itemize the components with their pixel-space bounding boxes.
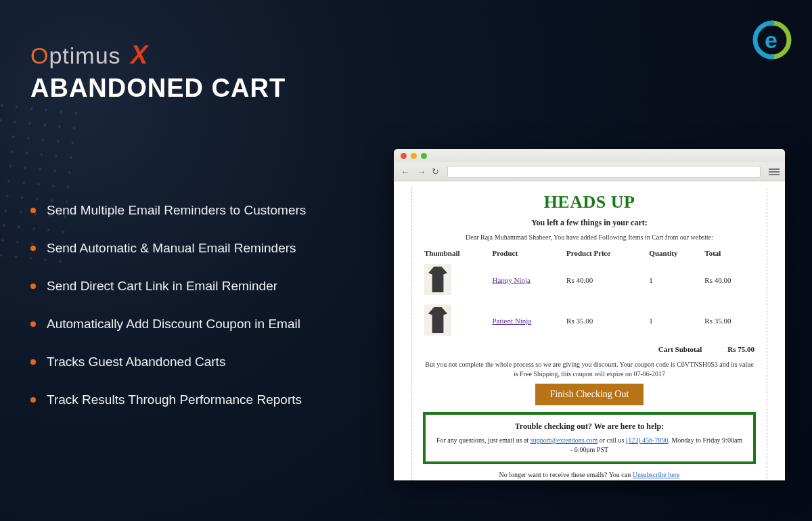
- optimus-x: X: [131, 41, 148, 69]
- feature-item: Send Direct Cart Link in Email Reminder: [30, 279, 348, 294]
- unsubscribe-line: No longer want to receive these emails? …: [423, 471, 756, 478]
- subtotal-label: Cart Subtotal: [423, 341, 703, 357]
- bullet-icon: [30, 284, 36, 289]
- window-titlebar: [394, 149, 785, 162]
- help-pre: For any questions, just email us at: [436, 436, 531, 444]
- col-price: Product Price: [565, 246, 648, 260]
- feature-text: Send Multiple Email Reminders to Custome…: [47, 203, 306, 218]
- product-qty: 1: [648, 260, 703, 300]
- reload-button[interactable]: ↻: [432, 166, 439, 177]
- email-greeting: Dear Raja Muhammad Shaheer, You have add…: [423, 233, 756, 241]
- feature-item: Send Multiple Email Reminders to Custome…: [30, 203, 348, 218]
- table-row: Happy Ninja Rs 40.00 1 Rs 40.00: [423, 260, 756, 300]
- feature-item: Send Automatic & Manual Email Reminders: [30, 241, 348, 256]
- minimize-window-icon[interactable]: [411, 153, 417, 159]
- feature-text: Send Direct Cart Link in Email Reminder: [47, 279, 277, 294]
- product-price: Rs 35.00: [565, 300, 648, 341]
- browser-toolbar: ← → ↻: [394, 162, 785, 181]
- feature-text: Send Automatic & Manual Email Reminders: [47, 241, 296, 256]
- col-product: Product: [491, 246, 565, 260]
- product-link[interactable]: Happy Ninja: [492, 276, 531, 284]
- back-button[interactable]: ←: [399, 166, 411, 177]
- support-phone-link[interactable]: (123) 456-7890: [626, 436, 669, 444]
- bullet-icon: [30, 359, 36, 365]
- product-total: Rs 35.00: [703, 300, 756, 341]
- col-total: Total: [703, 246, 756, 260]
- help-title: Trouble checking out? We are here to hel…: [435, 422, 744, 432]
- finish-checkout-button[interactable]: Finish Checking Out: [535, 384, 644, 405]
- maximize-window-icon[interactable]: [421, 153, 427, 159]
- unsub-pre: No longer want to receive these emails? …: [499, 471, 633, 478]
- product-link[interactable]: Patient Ninja: [492, 317, 531, 325]
- feature-text: Automatically Add Discount Coupon in Ema…: [47, 317, 300, 332]
- feature-text: Tracks Guest Abandoned Carts: [47, 355, 225, 369]
- feature-item: Automatically Add Discount Coupon in Ema…: [30, 317, 348, 332]
- col-thumbnail: Thumbnail: [423, 246, 491, 260]
- bullet-icon: [30, 208, 36, 213]
- bullet-icon: [30, 246, 36, 251]
- coupon-text: But you not complete the whole process s…: [423, 360, 756, 378]
- url-bar[interactable]: [447, 166, 761, 178]
- optimus-logo: Optimus X: [30, 41, 286, 70]
- optimus-rest: ptimus: [49, 43, 120, 68]
- svg-text:e: e: [765, 27, 777, 53]
- unsubscribe-link[interactable]: Unsubscribe here: [633, 471, 680, 478]
- bullet-icon: [30, 397, 36, 403]
- feature-list: Send Multiple Email Reminders to Custome…: [30, 203, 348, 430]
- close-window-icon[interactable]: [401, 153, 407, 159]
- product-thumbnail: [424, 264, 451, 295]
- optimus-o: O: [30, 43, 49, 68]
- logo-block: Optimus X ABANDONED CART: [30, 41, 286, 103]
- product-thumbnail: [424, 304, 451, 336]
- subtotal-value: Rs 75.00: [703, 341, 756, 357]
- table-row: Patient Ninja Rs 35.00 1 Rs 35.00: [423, 300, 756, 341]
- bullet-icon: [30, 321, 36, 327]
- product-total: Rs 40.00: [703, 260, 756, 300]
- page-title: ABANDONED CART: [30, 74, 286, 103]
- product-price: Rs 40.00: [565, 260, 648, 300]
- subtotal-row: Cart Subtotal Rs 75.00: [423, 341, 756, 357]
- extendons-logo-icon: e: [752, 20, 792, 62]
- email-preview: HEADS UP You left a few things in your c…: [394, 181, 785, 480]
- cart-table: Thumbnail Product Product Price Quantity…: [423, 246, 756, 357]
- help-mid: or call us: [597, 436, 626, 444]
- col-qty: Quantity: [648, 246, 703, 260]
- email-subheading: You left a few things in your cart:: [423, 218, 756, 228]
- support-email-link[interactable]: support@extendons.com: [531, 436, 597, 444]
- forward-button[interactable]: →: [415, 166, 428, 177]
- menu-icon[interactable]: [769, 168, 780, 175]
- feature-item: Track Results Through Performance Report…: [30, 392, 348, 407]
- help-text: For any questions, just email us at supp…: [435, 436, 744, 455]
- help-box: Trouble checking out? We are here to hel…: [423, 412, 756, 464]
- email-heading: HEADS UP: [423, 192, 756, 212]
- product-qty: 1: [648, 300, 703, 341]
- browser-mock: ← → ↻ HEADS UP You left a few things in …: [394, 149, 785, 480]
- feature-item: Tracks Guest Abandoned Carts: [30, 355, 348, 369]
- feature-text: Track Results Through Performance Report…: [47, 392, 302, 407]
